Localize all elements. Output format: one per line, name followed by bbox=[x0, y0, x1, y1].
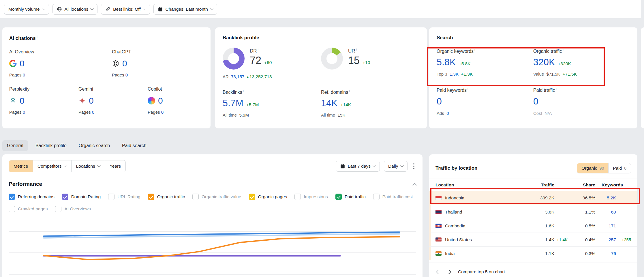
best-links-dropdown[interactable]: Best links: Off bbox=[101, 4, 150, 15]
info-icon[interactable]: i bbox=[356, 48, 357, 51]
segment-locations[interactable]: Locations bbox=[71, 160, 105, 172]
metric-checkbox-organic-traffic-value[interactable]: Organic traffic value bbox=[192, 194, 241, 200]
toggle-organic[interactable]: Organic90 bbox=[577, 163, 608, 173]
date-range-dropdown[interactable]: Last 7 days bbox=[336, 161, 380, 172]
pages-value-link[interactable]: 0 bbox=[92, 110, 94, 115]
ref-domains-value-link[interactable]: 14K bbox=[321, 98, 338, 108]
info-icon[interactable]: i bbox=[243, 89, 244, 93]
ads-value-link[interactable]: 0 bbox=[446, 111, 449, 116]
all-locations-dropdown[interactable]: All locations bbox=[52, 4, 98, 15]
metric-checkbox-paid-traffic[interactable]: Paid traffic bbox=[335, 194, 366, 200]
pages-value-link[interactable]: 0 bbox=[23, 110, 25, 115]
metric-checkbox-url-rating[interactable]: URL Rating bbox=[108, 194, 140, 200]
metric-checkbox-referring-domains[interactable]: Referring domains bbox=[9, 194, 55, 200]
table-row-cambodia[interactable]: Cambodia 1.6K 0.5% 171 bbox=[429, 219, 637, 233]
performance-chart bbox=[9, 220, 416, 277]
keywords-link[interactable]: 257 bbox=[595, 237, 616, 242]
pages-value-link[interactable]: 0 bbox=[23, 72, 25, 77]
perplexity-value[interactable]: 0 bbox=[20, 96, 25, 106]
ar-value-link[interactable]: 73,157 bbox=[231, 74, 244, 79]
paid-keywords-subline: Ads 0 bbox=[437, 111, 533, 116]
ai-citations-title: AI citationsi bbox=[9, 35, 204, 41]
segment-years[interactable]: Years bbox=[105, 160, 125, 172]
granularity-dropdown[interactable]: Daily bbox=[384, 161, 407, 172]
info-icon[interactable]: i bbox=[258, 48, 258, 51]
metric-checkboxes: Referring domains Domain Rating URL Rati… bbox=[9, 194, 416, 212]
tab-paid-search[interactable]: Paid search bbox=[117, 140, 151, 151]
backlinks-value-link[interactable]: 5.7M bbox=[223, 98, 243, 108]
metric-checkbox-impressions[interactable]: Impressions bbox=[294, 194, 328, 200]
traffic-value: 1.6K bbox=[522, 223, 554, 229]
organic-keywords-block: Organic keywordsi 5.8K+5.8K Top 3 1.3K +… bbox=[437, 48, 533, 77]
traffic-value: 1.4K bbox=[522, 237, 554, 242]
pages-value-link[interactable]: 0 bbox=[125, 72, 128, 77]
chevron-down-icon bbox=[373, 164, 376, 167]
chevron-down-icon bbox=[64, 164, 67, 167]
metric-checkbox-organic-pages[interactable]: Organic pages bbox=[249, 194, 287, 200]
segment-competitors[interactable]: Competitors bbox=[33, 160, 71, 172]
metric-checkbox-paid-traffic-cost[interactable]: Paid traffic cost bbox=[373, 194, 413, 200]
chatgpt-block: ChatGPT 0 Pages 0 bbox=[112, 49, 204, 77]
checkbox-icon bbox=[335, 194, 342, 200]
ref-domains-alltime: All time 15K bbox=[321, 113, 419, 117]
date-range-label: Last 7 days bbox=[348, 164, 371, 169]
monthly-volume-dropdown[interactable]: Monthly volume bbox=[4, 4, 49, 15]
metric-checkbox-domain-rating[interactable]: Domain Rating bbox=[62, 194, 101, 200]
info-icon[interactable]: i bbox=[349, 89, 350, 93]
previous-page-chevron-icon[interactable] bbox=[436, 269, 441, 274]
table-row-united-states[interactable]: United States 1.4K +1.4K 0.4% 257 +255 bbox=[429, 233, 637, 246]
changes-dropdown[interactable]: Changes: Last month bbox=[153, 4, 217, 15]
tab-organic-search[interactable]: Organic search bbox=[74, 140, 115, 151]
organic-keywords-value-link[interactable]: 5.8K bbox=[437, 57, 456, 68]
metric-checkbox-organic-traffic[interactable]: Organic traffic bbox=[148, 194, 185, 200]
info-icon[interactable]: i bbox=[563, 48, 563, 52]
compare-top5-link[interactable]: Compare top 5 on chart bbox=[458, 269, 505, 274]
organic-traffic-label: Organic traffici bbox=[533, 48, 630, 54]
info-icon[interactable]: i bbox=[556, 87, 556, 91]
more-options-kebab-icon[interactable] bbox=[412, 161, 416, 172]
keywords-link[interactable]: 171 bbox=[595, 223, 616, 229]
ar-delta: 13,252,713 bbox=[249, 74, 272, 79]
metric-checkbox-ai-overviews[interactable]: AI Overviews bbox=[55, 206, 91, 212]
segment-metrics[interactable]: Metrics bbox=[9, 160, 33, 172]
perplexity-block: Perplexity 0 Pages 0 bbox=[9, 87, 78, 115]
table-row-indonesia[interactable]: Indonesia 309.2K 96.5% 5.2K bbox=[429, 191, 637, 205]
info-icon[interactable]: i bbox=[37, 35, 37, 38]
header-location: Location bbox=[431, 182, 522, 188]
ai-overview-value[interactable]: 0 bbox=[20, 59, 25, 68]
perplexity-icon bbox=[9, 97, 17, 104]
keywords-link[interactable]: 69 bbox=[595, 209, 616, 215]
info-icon[interactable]: i bbox=[467, 87, 468, 91]
tab-backlink-profile[interactable]: Backlink profile bbox=[31, 140, 71, 151]
ur-value: 15 +10 bbox=[348, 55, 370, 67]
pages-label: Pages bbox=[112, 72, 124, 77]
tab-general[interactable]: General bbox=[2, 140, 28, 151]
copilot-value[interactable]: 0 bbox=[158, 96, 163, 106]
country-name: Thailand bbox=[445, 209, 462, 215]
copilot-label: Copilot bbox=[148, 87, 204, 92]
toggle-paid[interactable]: Paid0 bbox=[608, 163, 631, 173]
organic-paid-toggle: Organic90 Paid0 bbox=[577, 163, 631, 173]
table-row-india[interactable]: India 1.1K 0.3% 76 bbox=[429, 246, 637, 260]
traffic-value: 1.1K bbox=[522, 251, 554, 256]
next-page-chevron-icon[interactable] bbox=[447, 269, 451, 274]
pages-value-link[interactable]: 0 bbox=[161, 110, 164, 115]
collapse-chevron-up-icon[interactable] bbox=[412, 183, 417, 187]
organic-traffic-value-link[interactable]: 320K bbox=[533, 57, 555, 68]
paid-keywords-value-link[interactable]: 0 bbox=[437, 96, 442, 107]
table-row-thailand[interactable]: Thailand 3.6K 1.1% 69 bbox=[429, 205, 637, 219]
globe-icon bbox=[57, 7, 62, 12]
google-icon bbox=[9, 60, 17, 67]
gemini-value[interactable]: 0 bbox=[89, 96, 94, 106]
chatgpt-value[interactable]: 0 bbox=[122, 59, 127, 68]
info-icon[interactable]: i bbox=[474, 48, 475, 52]
organic-keywords-delta: +5.8K bbox=[459, 61, 471, 66]
search-title: Search bbox=[437, 35, 630, 41]
keywords-link[interactable]: 5.2K bbox=[595, 195, 616, 201]
chatgpt-label: ChatGPT bbox=[112, 49, 204, 55]
top3-value-link[interactable]: 1.3K bbox=[450, 72, 459, 76]
paid-count: 0 bbox=[624, 166, 626, 171]
paid-traffic-value-link[interactable]: 0 bbox=[533, 96, 538, 107]
metric-checkbox-crawled-pages[interactable]: Crawled pages bbox=[9, 206, 48, 212]
keywords-link[interactable]: 76 bbox=[595, 251, 616, 256]
